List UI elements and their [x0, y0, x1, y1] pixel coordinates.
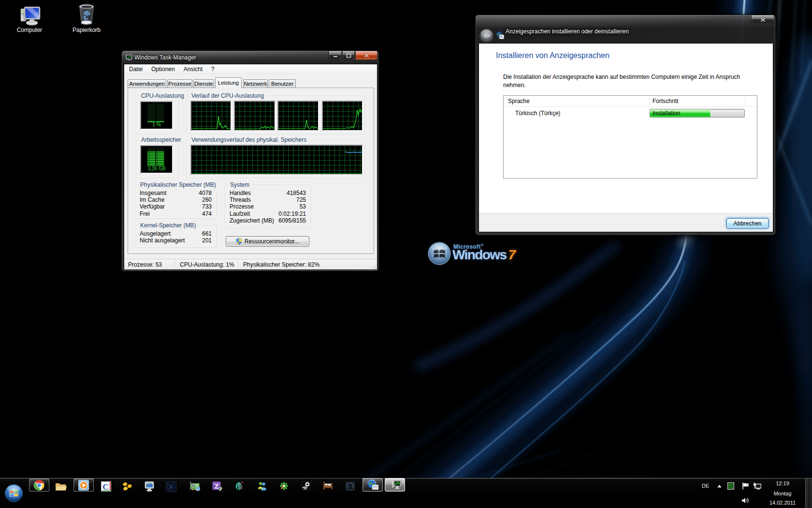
cpu-history-groupbox: Verlauf der CPU-Auslastung — [186, 96, 365, 134]
minimize-button[interactable] — [329, 51, 342, 60]
back-arrow-icon — [480, 30, 493, 42]
maximize-button[interactable] — [342, 51, 355, 60]
svg-text:C: C — [102, 482, 108, 492]
icq-flower-icon — [279, 481, 289, 491]
stat-label: Threads — [230, 196, 251, 203]
stat-row: Handles418543 — [230, 190, 306, 196]
gold-nuggets-app-icon — [122, 481, 133, 492]
media-player-icon — [78, 479, 89, 491]
memory-led-meter: 3,26 GB — [140, 145, 173, 174]
desktop-icon-computer[interactable]: Computer — [11, 3, 48, 33]
stat-value: 4078 — [199, 190, 212, 196]
cpu-meter-tray-icon[interactable] — [727, 482, 734, 490]
column-header-fortschritt[interactable]: Fortschritt — [652, 96, 678, 106]
taskbar-icon-messenger[interactable] — [257, 481, 267, 491]
tab-leistung[interactable]: Leistung — [215, 77, 242, 88]
tab-netzwerk[interactable]: Netzwerk — [243, 79, 268, 88]
stat-row: Prozesse53 — [230, 203, 306, 210]
taskbar-icon-c-app[interactable]: C — [101, 481, 111, 492]
stat-label: Nicht ausgelagert — [140, 237, 185, 244]
taskbar-icon-media-converter[interactable] — [144, 481, 155, 492]
stat-label: Handles — [230, 190, 251, 196]
stat-row: Nicht ausgelagert201 — [140, 237, 212, 244]
windows7-watermark: Microsoft® Windows7 — [427, 240, 534, 269]
close-button[interactable] — [751, 15, 774, 24]
menu-ansicht[interactable]: Ansicht — [179, 65, 207, 74]
status-bar: Prozesse: 53 CPU-Auslastung: 1% Physikal… — [124, 259, 377, 269]
show-desktop-button[interactable] — [805, 478, 812, 508]
dialog-body-text: Die Installation der Anzeigesprache kann… — [503, 73, 753, 90]
stat-value: 725 — [296, 196, 306, 203]
cpu-history-graph-2 — [234, 101, 276, 131]
start-button[interactable] — [4, 484, 23, 503]
action-center-flag-icon[interactable] — [742, 482, 750, 490]
show-hidden-icons-button[interactable] — [717, 484, 722, 488]
watermark-product: Windows7 — [452, 247, 515, 263]
taskbar-button-media-player[interactable] — [73, 478, 94, 492]
task-manager-client-area: Datei Optionen Ansicht ? Anwendungen Pro… — [124, 64, 377, 269]
volume-tray-icon[interactable] — [741, 497, 750, 504]
taskbar-icon-icq[interactable] — [279, 481, 289, 491]
cancel-button[interactable]: Abbrechen — [726, 218, 768, 228]
stat-row: Insgesamt4078 — [140, 190, 212, 196]
kernel-memory-groupbox: Kernel-Speicher (MB) Ausgelagert661 Nich… — [135, 225, 217, 248]
system-groupbox: System Handles418543 Threads725 Prozesse… — [225, 185, 311, 228]
memory-gauge-groupbox: Arbeitsspeicher 3 — [136, 140, 178, 178]
stat-value: 474 — [202, 210, 212, 217]
taskbar-icon-steam[interactable] — [301, 481, 311, 491]
taskbar-icon-bed-app[interactable] — [323, 481, 333, 491]
back-button[interactable] — [480, 29, 493, 42]
stat-label: Im Cache — [140, 196, 164, 203]
taskbar-button-language-install[interactable] — [362, 478, 383, 492]
tab-benutzer[interactable]: Benutzer — [269, 79, 296, 88]
menu-datei[interactable]: Datei — [125, 65, 147, 74]
close-button[interactable] — [355, 51, 377, 60]
taskbar-icon-soldier-game[interactable] — [346, 482, 355, 491]
maximize-icon — [343, 51, 354, 60]
stat-value: 418543 — [287, 190, 306, 196]
tray-clock[interactable]: 12:19 Montag 14.02.2011 — [767, 478, 798, 508]
uac-shield-icon — [236, 238, 242, 245]
taskbar-icon-starfield-game[interactable] — [166, 481, 176, 492]
stat-row: Zugesichert (MB)6095/8155 — [230, 217, 306, 224]
teal-crescent-app-icon — [235, 481, 245, 491]
menu-optionen[interactable]: Optionen — [147, 65, 179, 74]
column-separator — [650, 97, 651, 105]
window-title: Windows Task-Manager — [134, 54, 196, 61]
groupbox-label: Kernel-Speicher (MB) — [139, 223, 197, 229]
taskbar-icon-gold-app[interactable] — [122, 481, 133, 492]
taskbar-button-task-manager[interactable] — [385, 478, 405, 492]
tab-anwendungen[interactable]: Anwendungen — [128, 79, 166, 88]
menu-hilfe[interactable]: ? — [207, 65, 219, 74]
computer-icon — [18, 3, 41, 26]
taskbar-button-chrome[interactable] — [29, 478, 49, 492]
stat-row: Verfügbar733 — [140, 203, 212, 210]
stat-label: Zugesichert (MB) — [230, 217, 274, 224]
bed-app-icon — [323, 481, 333, 491]
tray-language-indicator[interactable]: DE — [702, 483, 709, 489]
tab-prozesse[interactable]: Prozesse — [167, 79, 192, 88]
groupbox-label: System — [229, 182, 251, 188]
resource-monitor-label: Ressourcenmonitor... — [245, 238, 299, 245]
display-language-taskbar-icon — [367, 479, 379, 491]
desktop-icon-label: Computer — [11, 27, 48, 33]
dark-soldier-game-icon — [346, 482, 355, 491]
stat-label: Verfügbar — [140, 203, 165, 210]
column-header-sprache[interactable]: Sprache — [508, 96, 530, 106]
clock-time: 12:19 — [767, 480, 798, 486]
taskbar-icon-gpu-z[interactable] — [189, 481, 200, 492]
clock-day: Montag — [767, 491, 798, 496]
taskbar-icon-explorer[interactable] — [55, 481, 67, 492]
monitor-swoosh-app-icon — [144, 481, 155, 492]
taskbar-icon-z-app[interactable]: Z — [212, 481, 222, 492]
column-separator — [745, 97, 746, 105]
tab-dienste[interactable]: Dienste — [193, 79, 214, 88]
resize-grip[interactable] — [370, 263, 377, 269]
desktop-icon-recycle-bin[interactable]: Papierkorb — [68, 3, 105, 33]
leistung-tab-page: CPU-Auslastung 1 — [128, 88, 374, 254]
blue-c-app-icon: C — [101, 481, 111, 492]
stat-row: Ausgelagert661 — [140, 230, 212, 237]
taskbar-icon-teal-app[interactable] — [235, 481, 245, 491]
network-tray-icon[interactable] — [753, 482, 761, 490]
resource-monitor-button[interactable]: Ressourcenmonitor... — [226, 236, 309, 247]
